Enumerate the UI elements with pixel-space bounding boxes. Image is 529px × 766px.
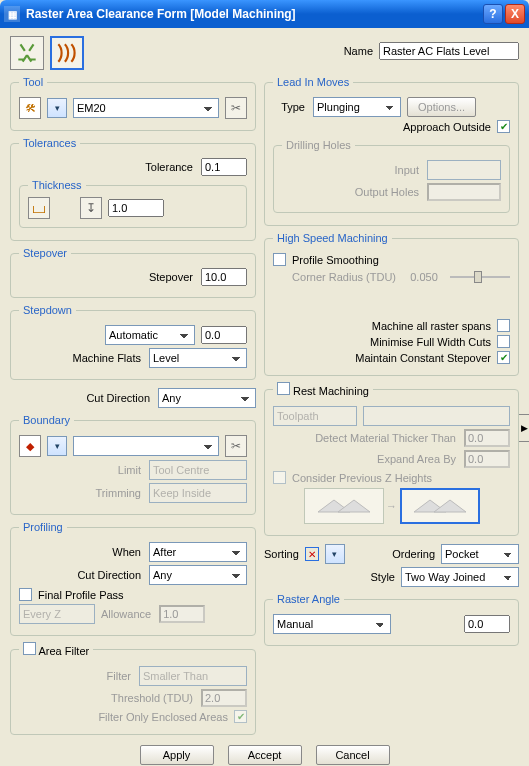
help-button[interactable]: ? <box>483 4 503 24</box>
tolerance-label: Tolerance <box>19 161 195 173</box>
tool-scissors-icon[interactable] <box>225 97 247 119</box>
app-icon: ▦ <box>4 6 20 22</box>
stepdown-legend: Stepdown <box>19 304 76 316</box>
tool-legend: Tool <box>19 76 47 88</box>
accept-button[interactable]: Accept <box>228 745 302 765</box>
detect-material-input <box>464 429 510 447</box>
allowance-label: Allowance <box>101 608 153 620</box>
sorting-icon[interactable]: ✕ <box>305 547 319 561</box>
raster-angle-legend: Raster Angle <box>273 593 344 605</box>
drill-input-select <box>427 160 501 180</box>
profiling-cutdir-select[interactable]: Any <box>149 565 247 585</box>
corner-radius-value: 0.050 <box>404 271 444 283</box>
minimise-full-width-label: Minimise Full Width Cuts <box>370 336 491 348</box>
ordering-select[interactable]: Pocket <box>441 544 519 564</box>
raster-angle-group: Raster Angle Manual <box>264 593 519 646</box>
area-filter-checkbox[interactable] <box>23 642 36 655</box>
sorting-dropdown-button[interactable] <box>325 544 345 564</box>
leadin-type-select[interactable]: Plunging <box>313 97 401 117</box>
enclosed-checkbox <box>234 710 247 723</box>
title-bar: ▦ Raster Area Clearance Form [Model Mach… <box>0 0 529 28</box>
trimming-select: Keep Inside <box>149 483 247 503</box>
stepover-label: Stepover <box>19 271 195 283</box>
filter-label: Filter <box>19 670 133 682</box>
corner-radius-slider <box>450 269 510 285</box>
machine-all-spans-checkbox[interactable] <box>497 319 510 332</box>
allowance-input <box>159 605 205 623</box>
rest-machining-legend: Rest Machining <box>293 385 369 397</box>
stepdown-value-input[interactable] <box>201 326 247 344</box>
thickness-icon[interactable] <box>28 197 50 219</box>
thickness-legend: Thickness <box>28 179 86 191</box>
threshold-input <box>201 689 247 707</box>
cancel-button[interactable]: Cancel <box>316 745 390 765</box>
raster-mode-select[interactable]: Manual <box>273 614 391 634</box>
machine-flats-label: Machine Flats <box>19 352 143 364</box>
minimise-full-width-checkbox[interactable] <box>497 335 510 348</box>
close-button[interactable]: X <box>505 4 525 24</box>
style-select[interactable]: Two Way Joined <box>401 567 519 587</box>
tolerances-legend: Tolerances <box>19 137 80 149</box>
leadin-legend: Lead In Moves <box>273 76 353 88</box>
boundary-legend: Boundary <box>19 414 74 426</box>
side-expand-handle[interactable] <box>519 414 529 442</box>
hsm-legend: High Speed Machining <box>273 232 392 244</box>
stepdown-group: Stepdown Automatic Machine Flats Level <box>10 304 256 380</box>
recycle-icon[interactable] <box>10 36 44 70</box>
stepdown-mode-select[interactable]: Automatic <box>105 325 195 345</box>
name-label: Name <box>344 45 373 57</box>
rest-machining-group: Rest Machining Toolpath Detect Material … <box>264 382 519 536</box>
final-profile-pass-label: Final Profile Pass <box>38 589 124 601</box>
rest-machining-checkbox[interactable] <box>277 382 290 395</box>
boundary-select[interactable] <box>73 436 219 456</box>
tool-select[interactable]: EM20 <box>73 98 219 118</box>
threshold-label: Threshold (TDU) <box>19 692 195 704</box>
filter-select: Smaller Than <box>139 666 247 686</box>
tool-group: Tool 🛠 EM20 <box>10 76 256 131</box>
profile-smoothing-checkbox[interactable] <box>273 253 286 266</box>
tool-icon[interactable]: 🛠 <box>19 97 41 119</box>
tolerances-group: Tolerances Tolerance Thickness <box>10 137 256 241</box>
z-diagram-b <box>400 488 480 524</box>
approach-outside-label: Approach Outside <box>403 121 491 133</box>
maintain-constant-checkbox[interactable] <box>497 351 510 364</box>
stepover-legend: Stepover <box>19 247 71 259</box>
cut-direction-select[interactable]: Any <box>158 388 256 408</box>
strategy-icon[interactable] <box>50 36 84 70</box>
expand-area-label: Expand Area By <box>273 453 458 465</box>
boundary-scissors-icon[interactable] <box>225 435 247 457</box>
detect-material-label: Detect Material Thicker Than <box>273 432 458 444</box>
machine-flats-select[interactable]: Level <box>149 348 247 368</box>
tolerance-input[interactable] <box>201 158 247 176</box>
apply-button[interactable]: Apply <box>140 745 214 765</box>
tool-dropdown-button[interactable] <box>47 98 67 118</box>
cut-direction-label: Cut Direction <box>10 392 152 404</box>
approach-outside-checkbox[interactable] <box>497 120 510 133</box>
rest-toolpath-select <box>363 406 510 426</box>
sorting-label: Sorting <box>264 548 299 560</box>
leadin-type-label: Type <box>273 101 307 113</box>
name-input[interactable] <box>379 42 519 60</box>
style-label: Style <box>371 571 395 583</box>
trimming-label: Trimming <box>19 487 143 499</box>
stepover-input[interactable] <box>201 268 247 286</box>
profiling-when-label: When <box>19 546 143 558</box>
arrow-icon: → <box>384 500 400 512</box>
leadin-options-button: Options... <box>407 97 476 117</box>
boundary-dropdown-button[interactable] <box>47 436 67 456</box>
profiling-when-select[interactable]: After <box>149 542 247 562</box>
raster-angle-input[interactable] <box>464 615 510 633</box>
limit-select: Tool Centre <box>149 460 247 480</box>
consider-prev-z-checkbox <box>273 471 286 484</box>
window-title: Raster Area Clearance Form [Model Machin… <box>26 7 481 21</box>
thickness-down-icon[interactable] <box>80 197 102 219</box>
thickness-input[interactable] <box>108 199 164 217</box>
thickness-group: Thickness <box>19 179 247 228</box>
form-body: Name Tool 🛠 EM20 Tolerances <box>0 28 529 766</box>
corner-radius-label: Corner Radius (TDU) <box>273 271 398 283</box>
leadin-group: Lead In Moves Type Plunging Options... A… <box>264 76 519 226</box>
boundary-icon[interactable]: ◆ <box>19 435 41 457</box>
maintain-constant-label: Maintain Constant Stepover <box>355 352 491 364</box>
final-profile-pass-checkbox[interactable] <box>19 588 32 601</box>
drilling-legend: Drilling Holes <box>282 139 355 151</box>
